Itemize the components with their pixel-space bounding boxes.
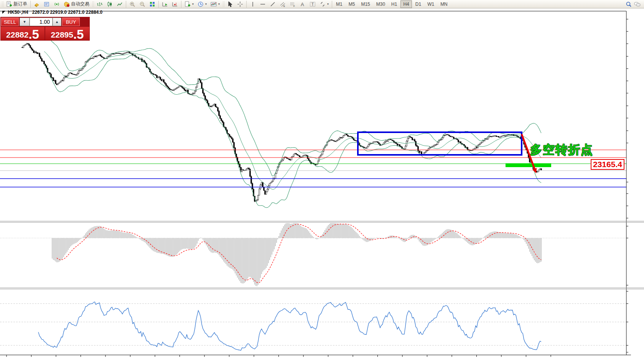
chart-canvas[interactable] bbox=[0, 0, 644, 363]
annotation-text[interactable]: 多空转折点 bbox=[530, 142, 593, 158]
dropdown-caret: ▾ bbox=[205, 2, 207, 6]
fibonacci-tool[interactable]: F bbox=[288, 0, 298, 8]
crosshair-tool-button[interactable] bbox=[235, 0, 245, 8]
chat-icon[interactable] bbox=[634, 1, 641, 7]
dropdown-caret: ▾ bbox=[218, 2, 220, 6]
zoom-in-icon bbox=[129, 1, 135, 7]
cursor-tool-button[interactable] bbox=[225, 0, 235, 8]
zoom-out-button[interactable] bbox=[137, 0, 147, 8]
chart-title: HK50-,H4 22672.0 22919.0 22671.0 22884.0 bbox=[2, 10, 102, 15]
auto-trading-icon bbox=[64, 1, 70, 7]
auto-trading-label: 自动交易 bbox=[71, 1, 89, 7]
sell-price-main: 22882 bbox=[6, 30, 28, 39]
main-toolbar: 新订单 自动交易 bbox=[0, 0, 644, 8]
template-button[interactable]: ▾ bbox=[209, 0, 222, 8]
history-center-button[interactable] bbox=[32, 0, 42, 8]
trendline-tool[interactable] bbox=[268, 0, 278, 8]
new-order-label: 新订单 bbox=[13, 1, 27, 7]
clock-icon bbox=[198, 1, 204, 7]
crosshair-icon bbox=[237, 1, 243, 7]
channel-tool[interactable]: E bbox=[278, 0, 288, 8]
template-icon bbox=[211, 1, 217, 7]
cursor-pointer-icon bbox=[2, 11, 5, 14]
horizontal-line-icon bbox=[260, 1, 266, 7]
search-icon[interactable] bbox=[626, 1, 632, 7]
dropdown-caret: ▾ bbox=[192, 2, 194, 6]
timeframe-mn[interactable]: MN bbox=[438, 0, 450, 8]
one-click-trade-panel: SELL ▼ 1.00 ▲ BUY 22882.5 22895.5 bbox=[0, 17, 90, 41]
chart-shift-button[interactable] bbox=[170, 0, 180, 8]
volume-decrease-button[interactable]: ▼ bbox=[20, 18, 30, 26]
tile-windows-button[interactable] bbox=[147, 0, 157, 8]
timeframe-m1[interactable]: M1 bbox=[333, 0, 345, 8]
auto-scroll-button[interactable] bbox=[160, 0, 170, 8]
vertical-line-icon bbox=[250, 1, 256, 7]
bar-chart-icon bbox=[97, 1, 103, 7]
application-window: 新订单 自动交易 bbox=[0, 0, 644, 363]
new-order-icon bbox=[6, 1, 12, 7]
market-depth-icon bbox=[44, 1, 50, 7]
auto-scroll-icon bbox=[162, 1, 168, 7]
signals-button[interactable] bbox=[52, 0, 62, 8]
period-button[interactable]: ▾ bbox=[196, 0, 209, 8]
svg-text:E: E bbox=[283, 5, 285, 7]
buy-price-display[interactable]: 22895.5 bbox=[45, 27, 89, 40]
auto-trading-button[interactable]: 自动交易 bbox=[62, 0, 91, 8]
chart-shift-icon bbox=[172, 1, 178, 7]
toolbar-grip[interactable] bbox=[2, 1, 3, 7]
fibonacci-icon: F bbox=[290, 1, 296, 7]
tile-windows-icon bbox=[149, 1, 155, 7]
text-label-tool[interactable]: T bbox=[308, 0, 318, 8]
candlestick-icon bbox=[107, 1, 113, 7]
sell-price-display[interactable]: 22882.5 bbox=[1, 27, 44, 40]
timeframe-d1[interactable]: D1 bbox=[413, 0, 424, 8]
market-depth-button[interactable] bbox=[42, 0, 52, 8]
ohlc-readout: 22672.0 22919.0 22671.0 22884.0 bbox=[32, 10, 103, 15]
horizontal-line-tool[interactable] bbox=[258, 0, 268, 8]
sell-button[interactable]: SELL bbox=[1, 18, 19, 26]
arrows-icon bbox=[320, 1, 326, 7]
text-tool[interactable]: A bbox=[298, 0, 308, 8]
buy-price-main: 22895 bbox=[51, 30, 73, 39]
timeframe-m30[interactable]: M30 bbox=[374, 0, 388, 8]
line-chart-icon bbox=[117, 1, 123, 7]
vertical-line-tool[interactable] bbox=[248, 0, 258, 8]
timeframe-w1[interactable]: W1 bbox=[425, 0, 437, 8]
channel-icon: E bbox=[280, 1, 286, 7]
gold-bar-icon bbox=[34, 1, 40, 7]
volume-input[interactable]: 1.00 bbox=[30, 18, 53, 26]
buy-price-frac: .5 bbox=[73, 30, 84, 39]
svg-text:T: T bbox=[311, 2, 314, 7]
timeframe-bar: M1M5M15M30H1H4D1W1MN bbox=[333, 0, 450, 8]
timeframe-m5[interactable]: M5 bbox=[346, 0, 358, 8]
timeframe-h1[interactable]: H1 bbox=[389, 0, 400, 8]
zoom-in-button[interactable] bbox=[127, 0, 137, 8]
sell-price-frac: .5 bbox=[28, 30, 39, 39]
trendline-icon bbox=[270, 1, 276, 7]
line-chart-mode-button[interactable] bbox=[115, 0, 125, 8]
new-chart-icon bbox=[184, 1, 191, 7]
bar-chart-mode-button[interactable] bbox=[95, 0, 105, 8]
candle-chart-mode-button[interactable] bbox=[105, 0, 115, 8]
svg-text:F: F bbox=[293, 5, 295, 7]
zoom-out-icon bbox=[139, 1, 145, 7]
volume-increase-button[interactable]: ▲ bbox=[53, 18, 61, 26]
signal-icon bbox=[54, 1, 60, 7]
new-chart-button[interactable]: ▾ bbox=[183, 0, 196, 8]
buy-button[interactable]: BUY bbox=[62, 18, 80, 26]
timeframe-m15[interactable]: M15 bbox=[358, 0, 372, 8]
timeframe-h4[interactable]: H4 bbox=[400, 0, 412, 8]
price-callout-box[interactable]: 23165.4 bbox=[591, 159, 624, 170]
dropdown-caret: ▾ bbox=[327, 2, 329, 6]
text-label-icon: T bbox=[310, 1, 316, 7]
cursor-icon bbox=[227, 1, 233, 7]
arrows-tool[interactable]: ▾ bbox=[318, 0, 331, 8]
new-order-button[interactable]: 新订单 bbox=[4, 0, 29, 8]
svg-text:A: A bbox=[301, 2, 304, 7]
text-icon: A bbox=[300, 1, 306, 7]
symbol-period: HK50-,H4 bbox=[8, 10, 28, 15]
